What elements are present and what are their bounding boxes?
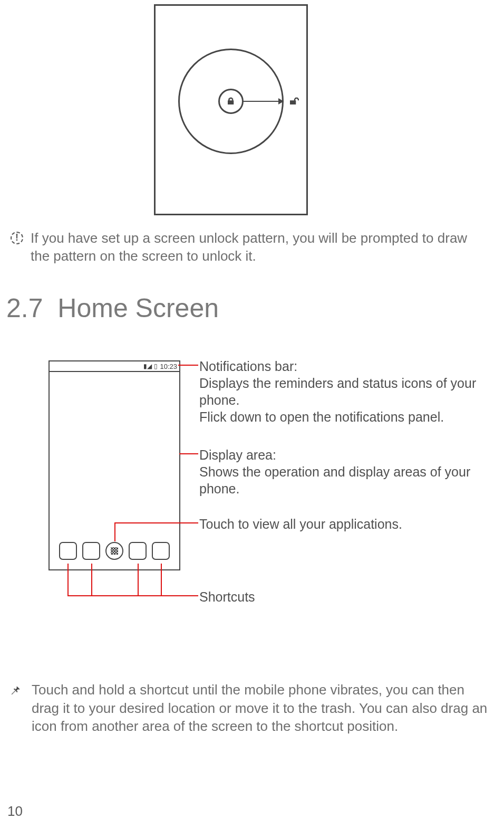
pin-icon: 📌︎	[9, 683, 21, 698]
callout-display-area-title: Display area:	[199, 446, 487, 463]
leader-shortcut-v3	[138, 564, 139, 596]
callout-display-area: Display area: Shows the operation and di…	[199, 446, 487, 497]
note-unlock-pattern: ! If you have set up a screen unlock pat…	[9, 230, 487, 265]
status-bar: ▮◢ ▯ 10:23	[50, 361, 179, 372]
shortcut-icon	[59, 542, 77, 560]
unlock-icon: 🔓︎	[290, 96, 299, 107]
note-unlock-pattern-text: If you have set up a screen unlock patte…	[31, 230, 487, 265]
signal-icon: ▮◢	[143, 363, 152, 370]
tip-shortcut-drag: 📌︎ Touch and hold a shortcut until the m…	[9, 681, 493, 736]
callout-shortcuts: Shortcuts	[199, 588, 487, 605]
leader-apps-v	[114, 522, 115, 541]
callout-display-area-body: Shows the operation and display areas of…	[199, 463, 487, 497]
all-apps-icon	[105, 542, 123, 560]
callout-shortcuts-title: Shortcuts	[199, 588, 487, 605]
callout-all-apps-body: Touch to view all your applications.	[199, 516, 487, 532]
figure-lock-screen: 🔒︎ 🔓︎	[154, 4, 308, 215]
shortcut-row	[50, 542, 179, 560]
shortcut-icon	[82, 542, 100, 560]
shortcut-icon	[152, 542, 170, 560]
section-title: Home Screen	[57, 293, 219, 323]
callout-notifications: Notifications bar: Displays the reminder…	[199, 358, 487, 425]
callout-notifications-body-2: Flick down to open the notifications pan…	[199, 408, 487, 425]
unlock-ring-inner: 🔒︎	[218, 89, 244, 114]
leader-shortcut-v4	[161, 564, 162, 596]
leader-shortcut-v1	[67, 564, 69, 596]
lock-icon: 🔒︎	[226, 96, 236, 107]
section-heading: 2.7 Home Screen	[6, 293, 219, 323]
leader-shortcut-v2	[91, 564, 92, 596]
leader-apps-h	[114, 522, 198, 523]
battery-icon: ▯	[154, 363, 158, 370]
callout-all-apps: Touch to view all your applications.	[199, 516, 487, 532]
callout-notifications-title: Notifications bar:	[199, 358, 487, 375]
leader-shortcuts-h	[67, 595, 198, 596]
leader-display-area	[179, 453, 198, 454]
status-time: 10:23	[160, 363, 177, 370]
shortcut-icon	[129, 542, 147, 560]
leader-notifications	[178, 365, 198, 366]
section-number: 2.7	[6, 293, 43, 323]
tip-shortcut-drag-text: Touch and hold a shortcut until the mobi…	[32, 681, 493, 736]
exclamation-icon: !	[11, 232, 23, 244]
page-number: 10	[7, 803, 23, 820]
callout-notifications-body-1: Displays the reminders and status icons …	[199, 375, 487, 408]
swipe-arrow-line	[243, 101, 279, 102]
swipe-arrow-head	[278, 98, 284, 104]
